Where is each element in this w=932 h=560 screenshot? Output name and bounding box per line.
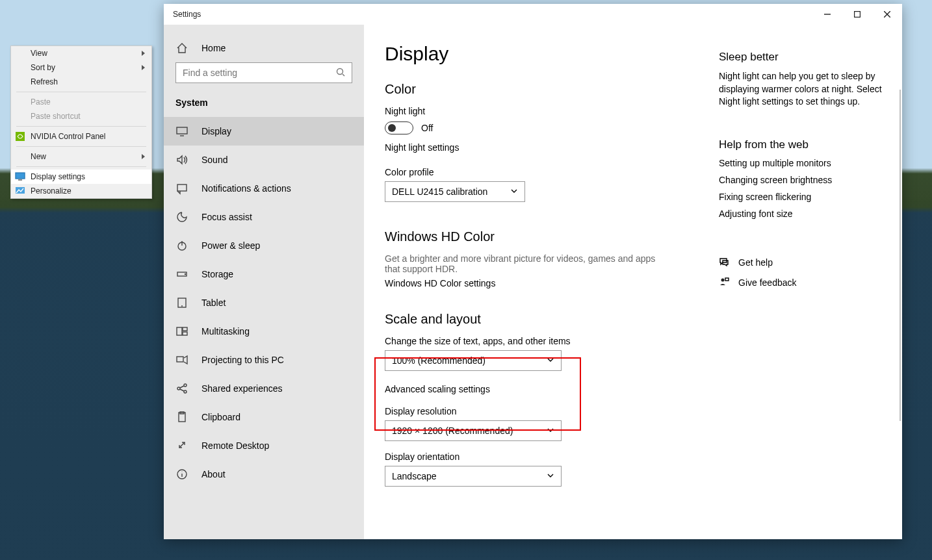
sidebar-item-label: Projecting to this PC [201,355,284,365]
sidebar-item-label: Remote Desktop [201,440,269,451]
sidebar-item-sound[interactable]: Sound [164,146,364,174]
sidebar-item-label: Focus assist [201,212,252,222]
scrollbar[interactable] [900,90,901,421]
settings-window: Settings Home Find a setting System D [164,4,902,539]
chevron-down-icon [547,426,554,436]
close-button[interactable] [872,4,902,25]
ctx-refresh[interactable]: Refresh [11,75,151,89]
ctx-sortby-label: Sort by [31,63,55,72]
svg-rect-34 [725,278,729,281]
feedback-icon [719,277,729,289]
sidebar-item-tablet[interactable]: Tablet [164,288,364,317]
give-feedback-label: Give feedback [738,277,797,288]
help-link-font-size[interactable]: Adjusting font size [719,209,888,219]
resolution-value: 1920 × 1200 (Recommended) [392,426,513,436]
storage-icon [175,268,188,281]
ctx-personalize[interactable]: Personalize [11,184,151,198]
help-link-multiple-monitors[interactable]: Setting up multiple monitors [719,158,888,168]
svg-rect-20 [183,327,187,331]
hd-color-settings-link[interactable]: Windows HD Color settings [385,278,708,288]
sidebar-item-display[interactable]: Display [164,117,364,146]
svg-rect-0 [16,132,25,141]
tablet-icon [175,296,188,309]
display-settings-icon [15,172,25,182]
minimize-button[interactable] [812,4,842,25]
svg-line-27 [180,389,184,391]
titlebar[interactable]: Settings [164,4,902,25]
chevron-down-icon [510,186,518,197]
resolution-label: Display resolution [385,406,708,416]
settings-content: Display Color Night light Off Night ligh… [364,25,902,539]
sidebar-item-remote-desktop[interactable]: Remote Desktop [164,431,364,460]
ctx-refresh-label: Refresh [31,77,58,86]
ctx-view-label: View [31,49,47,58]
color-profile-value: DELL U2415 calibration [392,186,487,197]
sidebar-item-label: Power & sleep [201,240,260,251]
sidebar-item-projecting[interactable]: Projecting to this PC [164,346,364,374]
orientation-select[interactable]: Landscape [385,466,562,487]
multitasking-icon [175,325,188,338]
aside-help-heading: Help from the web [719,138,888,151]
section-color: Color [385,82,708,97]
svg-rect-10 [177,127,187,134]
ctx-nvidia[interactable]: NVIDIA Control Panel [11,129,151,144]
shared-experiences-icon [175,382,188,395]
svg-rect-1 [16,173,25,179]
maximize-button[interactable] [842,4,872,25]
aside-sleep-heading: Sleep better [719,51,888,64]
sidebar-item-about[interactable]: About [164,460,364,489]
get-help-label: Get help [738,257,773,268]
help-link-flickering[interactable]: Fixing screen flickering [719,192,888,202]
sidebar-item-label: Tablet [201,298,226,308]
svg-rect-19 [177,327,182,335]
sidebar-item-focus-assist[interactable]: Focus assist [164,203,364,231]
night-light-toggle[interactable] [385,121,413,134]
sidebar-item-label: About [201,469,226,479]
svg-rect-22 [177,357,183,362]
search-input[interactable]: Find a setting [175,62,352,83]
about-icon [175,468,188,481]
sidebar-home[interactable]: Home [164,34,364,62]
advanced-scaling-link[interactable]: Advanced scaling settings [385,384,708,394]
svg-rect-12 [177,185,187,191]
change-size-label: Change the size of text, apps, and other… [385,336,708,346]
display-icon [175,125,188,138]
sidebar-item-storage[interactable]: Storage [164,260,364,288]
svg-rect-2 [18,179,22,181]
ctx-paste-label: Paste [31,97,51,107]
scale-select[interactable]: 100% (Recommended) [385,350,562,371]
power-icon [175,239,188,252]
focus-assist-icon [175,210,188,223]
orientation-label: Display orientation [385,452,708,462]
color-profile-select[interactable]: DELL U2415 calibration [385,181,525,202]
ctx-view[interactable]: View [11,46,151,60]
sidebar-item-shared-experiences[interactable]: Shared experiences [164,374,364,403]
ctx-display-settings[interactable]: Display settings [11,170,151,184]
svg-point-8 [337,68,343,74]
ctx-new[interactable]: New [11,149,151,164]
sidebar-item-multitasking[interactable]: Multitasking [164,317,364,346]
divider [16,126,146,127]
svg-line-26 [180,386,184,388]
give-feedback-link[interactable]: Give feedback [719,277,888,289]
sidebar-item-label: Shared experiences [201,383,283,394]
remote-desktop-icon [175,439,188,452]
section-scale-layout: Scale and layout [385,312,708,327]
scale-value: 100% (Recommended) [392,355,485,366]
sidebar-item-power-sleep[interactable]: Power & sleep [164,231,364,260]
resolution-select[interactable]: 1920 × 1200 (Recommended) [385,420,562,441]
svg-point-16 [185,274,186,275]
help-link-brightness[interactable]: Changing screen brightness [719,175,888,185]
night-light-settings-link[interactable]: Night light settings [385,142,708,153]
chat-icon [719,257,729,269]
svg-point-32 [182,472,183,472]
ctx-sort-by[interactable]: Sort by [11,60,151,75]
get-help-link[interactable]: Get help [719,257,888,269]
ctx-paste-shortcut-label: Paste shortcut [31,112,81,121]
divider [16,166,146,167]
sidebar-group-header: System [164,97,364,108]
svg-rect-5 [855,12,861,18]
sidebar-item-notifications[interactable]: Notifications & actions [164,174,364,203]
sidebar-item-clipboard[interactable]: Clipboard [164,403,364,431]
sidebar-item-label: Display [201,126,231,136]
